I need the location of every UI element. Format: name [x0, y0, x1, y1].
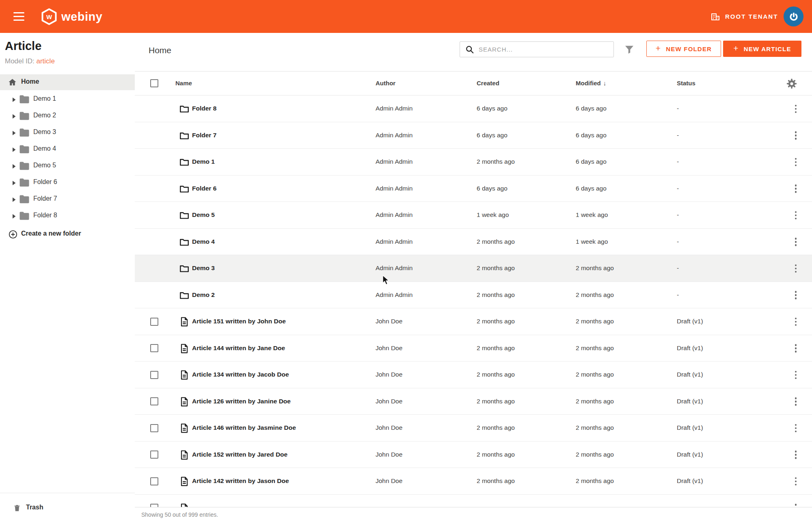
chevron-right-icon[interactable] [12, 114, 16, 119]
hamburger-menu-icon[interactable] [13, 12, 24, 21]
row-checkbox[interactable] [150, 397, 158, 405]
model-id-value[interactable]: article [36, 57, 54, 65]
column-header-created[interactable]: Created [477, 80, 499, 87]
sidebar-folder-item[interactable]: Folder 6 [0, 174, 135, 191]
row-name[interactable]: Demo 1 [192, 158, 215, 165]
row-actions-menu-icon[interactable] [790, 236, 802, 248]
table-row[interactable]: Article 142 written by Jason Doe John Do… [135, 468, 812, 495]
row-actions-menu-icon[interactable] [790, 342, 802, 355]
row-checkbox[interactable] [150, 318, 158, 326]
table-row[interactable]: Demo 1 Admin Admin 2 months ago 6 days a… [135, 149, 812, 175]
folder-icon [179, 104, 190, 114]
row-created: 6 days ago [477, 105, 508, 112]
row-actions-menu-icon[interactable] [790, 183, 802, 195]
document-icon [179, 476, 190, 487]
folder-icon [179, 290, 190, 301]
folder-tree-items: Demo 1 Demo 2 Demo 3 Demo 4 Demo 5 [0, 90, 135, 224]
row-name[interactable]: Demo 3 [192, 264, 215, 272]
sidebar-folder-item[interactable]: Demo 4 [0, 141, 135, 158]
row-name[interactable]: Article 151 written by John Doe [192, 318, 286, 325]
row-actions-menu-icon[interactable] [790, 289, 802, 301]
chevron-right-icon[interactable] [12, 164, 16, 169]
row-actions-menu-icon[interactable] [790, 396, 802, 408]
row-actions-menu-icon[interactable] [790, 422, 802, 434]
sidebar-item-home[interactable]: Home [0, 74, 135, 90]
row-actions-menu-icon[interactable] [790, 449, 802, 461]
sidebar-folder-item[interactable]: Demo 3 [0, 124, 135, 141]
row-actions-menu-icon[interactable] [790, 209, 802, 221]
row-checkbox[interactable] [150, 477, 158, 485]
row-checkbox[interactable] [150, 504, 158, 507]
tenant-selector[interactable]: ROOT TENANT [710, 0, 778, 33]
row-actions-menu-icon[interactable] [790, 316, 802, 328]
row-name[interactable]: Folder 8 [192, 105, 216, 112]
row-name[interactable]: Folder 7 [192, 132, 216, 139]
row-checkbox[interactable] [150, 371, 158, 379]
table-row[interactable]: Demo 3 Admin Admin 2 months ago 2 months… [135, 255, 812, 282]
row-actions-menu-icon[interactable] [790, 156, 802, 168]
row-name[interactable]: Demo 5 [192, 211, 215, 219]
folder-icon [19, 211, 30, 221]
chevron-right-icon[interactable] [12, 130, 16, 136]
row-checkbox[interactable] [150, 451, 158, 459]
sidebar-folder-item[interactable]: Folder 8 [0, 208, 135, 224]
table-row[interactable]: Article 144 written by Jane Doe John Doe… [135, 335, 812, 362]
column-header-author[interactable]: Author [376, 80, 395, 87]
create-folder-button[interactable]: Create a new folder [0, 227, 135, 242]
select-all-checkbox[interactable] [150, 79, 158, 87]
chevron-right-icon[interactable] [12, 197, 16, 202]
table-row[interactable]: Folder 7 Admin Admin 6 days ago 6 days a… [135, 122, 812, 149]
row-status: - [677, 291, 679, 299]
gear-icon[interactable] [786, 78, 797, 89]
row-actions-menu-icon[interactable] [790, 130, 802, 142]
chevron-right-icon[interactable] [12, 214, 16, 219]
trash-button[interactable]: Trash [0, 493, 135, 522]
row-actions-menu-icon[interactable] [790, 262, 802, 275]
row-actions-menu-icon[interactable] [790, 369, 802, 381]
column-header-modified[interactable]: Modified↓ [576, 80, 606, 87]
row-actions-menu-icon[interactable] [790, 103, 802, 115]
table-row[interactable]: Article 146 written by Jasmine Doe John … [135, 415, 812, 442]
table-row[interactable]: Folder 6 Admin Admin 6 days ago 6 days a… [135, 175, 812, 202]
row-checkbox[interactable] [150, 344, 158, 352]
row-name[interactable]: Article 142 written by Jason Doe [192, 477, 289, 485]
search-input[interactable] [479, 42, 609, 57]
chevron-right-icon[interactable] [12, 97, 16, 102]
table-row[interactable]: Demo 2 Admin Admin 2 months ago 2 months… [135, 282, 812, 309]
table-row[interactable]: Article 152 written by Jared Doe John Do… [135, 442, 812, 468]
row-name[interactable]: Article 144 written by Jane Doe [192, 344, 285, 352]
new-folder-button[interactable]: + NEW FOLDER [646, 41, 721, 57]
table-row[interactable]: Article 134 written by Jacob Doe John Do… [135, 362, 812, 388]
row-name[interactable]: Article 126 written by Janine Doe [192, 398, 291, 405]
row-name[interactable]: Demo 4 [192, 238, 215, 245]
sidebar-folder-item[interactable]: Demo 5 [0, 158, 135, 174]
row-name[interactable]: Demo 2 [192, 291, 215, 299]
webiny-logo[interactable]: W webiny [41, 8, 102, 25]
sidebar-folder-item[interactable]: Demo 2 [0, 108, 135, 124]
row-actions-menu-icon[interactable] [790, 502, 802, 507]
row-actions-menu-icon[interactable] [790, 475, 802, 487]
column-header-status[interactable]: Status [677, 80, 695, 87]
row-name[interactable]: Article 152 written by Jared Doe [192, 451, 287, 458]
column-header-name[interactable]: Name [175, 80, 192, 87]
table-row[interactable] [135, 495, 812, 507]
table-row[interactable]: Folder 8 Admin Admin 6 days ago 6 days a… [135, 95, 812, 122]
table-row[interactable]: Demo 4 Admin Admin 2 months ago 1 week a… [135, 229, 812, 256]
row-name[interactable]: Folder 6 [192, 185, 216, 192]
user-avatar-button[interactable] [784, 6, 803, 26]
row-name[interactable]: Article 134 written by Jacob Doe [192, 371, 289, 378]
table-row[interactable]: Demo 5 Admin Admin 1 week ago 1 week ago… [135, 202, 812, 229]
chevron-right-icon[interactable] [12, 147, 16, 152]
new-article-button[interactable]: + NEW ARTICLE [723, 41, 801, 57]
sidebar-folder-item[interactable]: Demo 1 [0, 91, 135, 108]
row-created: 2 months ago [477, 477, 515, 485]
row-created: 2 months ago [477, 398, 515, 405]
document-icon [179, 316, 190, 327]
table-row[interactable]: Article 151 written by John Doe John Doe… [135, 308, 812, 335]
filter-icon[interactable] [623, 43, 635, 56]
row-name[interactable]: Article 146 written by Jasmine Doe [192, 424, 296, 431]
chevron-right-icon[interactable] [12, 180, 16, 186]
row-checkbox[interactable] [150, 424, 158, 432]
table-row[interactable]: Article 126 written by Janine Doe John D… [135, 388, 812, 415]
sidebar-folder-item[interactable]: Folder 7 [0, 191, 135, 208]
